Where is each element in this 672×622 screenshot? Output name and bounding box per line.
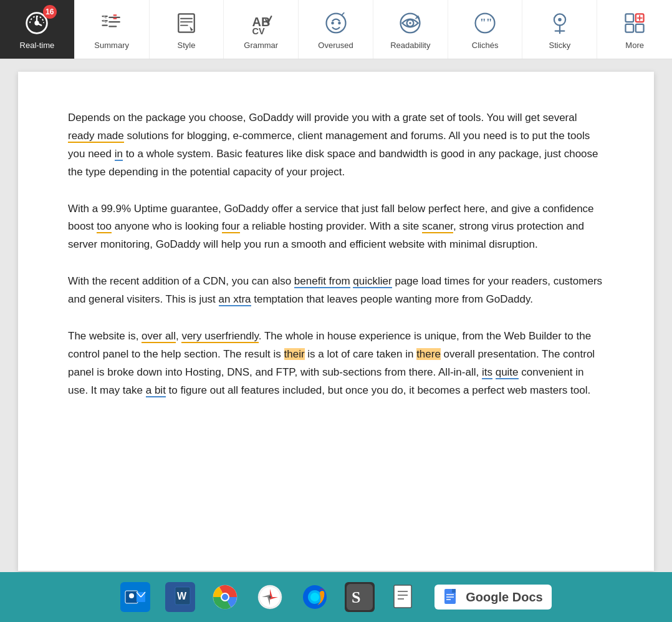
svg-text:": " [486, 17, 492, 29]
paragraph-1: Depends on the package you choose, GoDad… [68, 109, 604, 182]
svg-text:CV: CV [252, 26, 264, 36]
svg-text:W: W [177, 591, 187, 601]
readability-icon [396, 9, 424, 37]
google-docs-button[interactable]: Google Docs [434, 585, 551, 610]
svg-text:": " [480, 17, 486, 29]
annotation-very-userfriendly: very userfriendly [181, 330, 258, 343]
svg-point-19 [338, 21, 341, 24]
annotation-quite: quite [496, 366, 519, 379]
toolbar-item-grammar[interactable]: AB CV Grammar [224, 0, 299, 59]
more-icon [621, 9, 648, 37]
svg-text:S: S [352, 588, 360, 606]
safari-icon[interactable] [255, 582, 285, 612]
outlook-icon[interactable] [120, 582, 150, 612]
svg-rect-35 [626, 24, 634, 32]
style-icon [173, 9, 200, 37]
toolbar-item-style[interactable]: Style [150, 0, 224, 59]
svg-point-55 [269, 596, 271, 598]
svg-rect-66 [452, 589, 456, 593]
annotation-their: their [284, 348, 305, 360]
scapple-icon[interactable] [390, 582, 420, 612]
sticky-icon [546, 9, 574, 37]
svg-rect-31 [626, 14, 634, 22]
svg-point-48 [222, 594, 228, 600]
summary-icon [98, 9, 125, 37]
toolbar-item-more[interactable]: More [597, 0, 672, 59]
annotation-benefit-from: benefit from [294, 275, 350, 288]
overused-icon [322, 9, 350, 37]
toolbar-item-summary[interactable]: Summary [75, 0, 150, 59]
annotation-scaner: scaner [422, 220, 453, 233]
paragraph-4: The website is, over all, very userfrien… [68, 328, 604, 400]
main-content: Depends on the package you choose, GoDad… [0, 59, 672, 572]
annotation-there: there [416, 348, 441, 360]
google-docs-label: Google Docs [466, 590, 542, 605]
annotation-quicklier: quicklier [353, 275, 391, 288]
firefox-icon[interactable] [300, 582, 330, 612]
cliches-label: Clichés [472, 41, 499, 50]
svg-rect-36 [636, 24, 644, 32]
svg-point-18 [331, 21, 334, 24]
chrome-icon[interactable] [210, 582, 240, 612]
svg-point-30 [558, 17, 561, 21]
svg-point-23 [409, 22, 411, 24]
more-label: More [625, 41, 644, 50]
svg-line-20 [342, 12, 344, 15]
style-label: Style [178, 41, 196, 50]
toolbar-item-cliches[interactable]: " " Clichés [448, 0, 523, 59]
word-icon[interactable]: W [165, 582, 195, 612]
sticky-label: Sticky [549, 41, 571, 50]
summary-label: Summary [94, 41, 129, 50]
toolbar-item-realtime[interactable]: 16 Real-time [0, 0, 75, 59]
annotation-four: four [222, 220, 240, 233]
paragraph-3: With the recent addition of a CDN, you c… [68, 273, 604, 309]
annotation-ready-made: ready made [68, 130, 124, 143]
toolbar: 16 Real-time [0, 0, 672, 59]
annotation-over-all: over all [142, 330, 176, 343]
annotation-a-bit: a bit [146, 384, 166, 397]
paragraph-2: With a 99.9% Uptime guarantee, GoDaddy o… [68, 200, 604, 255]
annotation-too: too [97, 220, 112, 233]
toolbar-item-sticky[interactable]: Sticky [522, 0, 597, 59]
svg-rect-61 [394, 585, 411, 608]
realtime-label: Real-time [20, 41, 55, 50]
scrivener-icon[interactable]: S [345, 582, 375, 612]
overused-label: Overused [318, 41, 353, 50]
readability-label: Readability [390, 41, 430, 50]
annotation-its: its [482, 366, 492, 379]
grammar-label: Grammar [244, 41, 278, 50]
bottom-bar: W [0, 572, 672, 622]
annotation-in: in [115, 148, 123, 161]
cliches-icon: " " [471, 9, 499, 37]
grammar-icon: AB CV [247, 9, 275, 37]
realtime-badge: 16 [43, 5, 57, 19]
svg-point-58 [310, 593, 319, 601]
document[interactable]: Depends on the package you choose, GoDad… [18, 72, 654, 571]
toolbar-item-overused[interactable]: Overused [299, 0, 373, 59]
annotation-an-xtra: an xtra [219, 293, 251, 306]
toolbar-item-readability[interactable]: Readability [373, 0, 448, 59]
svg-rect-38 [129, 593, 134, 598]
